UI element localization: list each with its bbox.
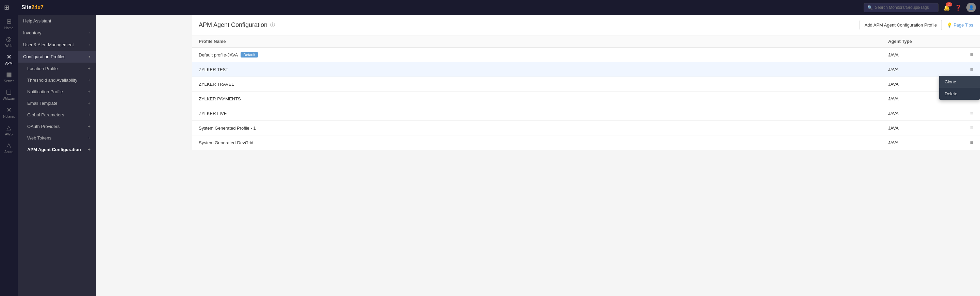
col-profile-name: Profile Name (199, 39, 888, 44)
nav-nutanix[interactable]: ✕ Nutanix (0, 103, 18, 121)
threshold-plus-icon[interactable]: + (88, 77, 91, 83)
grid-icon[interactable]: ⊞ (4, 4, 9, 11)
nav-aws[interactable]: △ AWS (0, 121, 18, 139)
nutanix-icon: ✕ (6, 106, 11, 114)
global-params-plus-icon[interactable]: + (88, 112, 91, 118)
profile-table: Profile Name Agent Type Default profile-… (192, 35, 980, 150)
page-title: APM Agent Configuration ⓘ (199, 21, 275, 29)
row-name-7: System Generated-DevGrid (199, 140, 888, 145)
row-type-7: JAVA (888, 140, 963, 145)
email-plus-icon[interactable]: + (88, 100, 91, 106)
add-button-label: Add APM Agent Configuration Profile (865, 22, 937, 27)
nav-vmware-label: VMware (3, 97, 15, 101)
aws-icon: △ (6, 124, 11, 131)
help-icon[interactable]: ❓ (955, 5, 962, 11)
sidebar-item-oauth-providers[interactable]: OAuth Providers + (18, 121, 96, 132)
inventory-label: Inventory (23, 30, 41, 35)
sidebar-config-profiles[interactable]: Configuration Profiles ▾ (18, 51, 96, 63)
icon-rail: ⊞ Home ◎ Web ✕ APM ▦ Server ❑ VMware ✕ N… (0, 0, 18, 296)
sidebar-item-location-profile[interactable]: Location Profile + (18, 63, 96, 74)
sidebar-help-assistant[interactable]: Help Assistant (18, 15, 96, 27)
default-badge: Default (240, 52, 258, 57)
nav-web[interactable]: ◎ Web (0, 33, 18, 50)
row-name-4: ZYLKER PAYMENTS (199, 96, 888, 101)
main-content: APM Agent Configuration ⓘ Add APM Agent … (192, 0, 980, 296)
brand-logo: Site24x7 (21, 5, 43, 11)
page-tips-label: Page Tips (953, 22, 973, 27)
nav-nutanix-label: Nutanix (3, 115, 14, 118)
row-type-5: JAVA (888, 111, 963, 116)
nav-azure[interactable]: △ Azure (0, 139, 18, 156)
sidebar: Help Assistant Inventory › User & Alert … (18, 0, 96, 296)
user-avatar[interactable]: 👤 (966, 3, 976, 12)
oauth-plus-icon[interactable]: + (88, 124, 91, 129)
location-profile-plus-icon[interactable]: + (88, 66, 91, 71)
sidebar-item-notification-profile[interactable]: Notification Profile + (18, 86, 96, 97)
row-menu-1[interactable]: ≡ (963, 52, 973, 58)
sidebar-item-threshold-availability[interactable]: Threshold and Availability + (18, 74, 96, 86)
table-row: ZYLKER PAYMENTS JAVA ≡ (192, 92, 980, 106)
notifications-icon[interactable]: 🔔 11 (943, 5, 950, 11)
sidebar-item-web-tokens[interactable]: Web Tokens + (18, 132, 96, 143)
nav-apm[interactable]: ✕ APM (0, 50, 18, 68)
row-name-2: ZYLKER TEST (199, 67, 888, 72)
sidebar-item-email-template[interactable]: Email Template + (18, 97, 96, 109)
delete-option[interactable]: Delete (939, 88, 980, 100)
azure-icon: △ (6, 142, 11, 149)
inventory-chevron: › (89, 31, 91, 35)
sidebar-item-global-parameters[interactable]: Global Parameters + (18, 109, 96, 121)
notification-badge: 11 (946, 2, 952, 6)
row-menu-6[interactable]: ≡ (963, 125, 973, 131)
lightbulb-icon: 💡 (947, 22, 952, 27)
nav-vmware[interactable]: ❑ VMware (0, 86, 18, 103)
row-menu-5[interactable]: ≡ (963, 110, 973, 116)
row-menu-7[interactable]: ≡ (963, 140, 973, 146)
row-context-menu: Clone Delete (939, 76, 980, 100)
nav-apm-label: APM (5, 62, 13, 65)
search-icon: 🔍 (867, 5, 873, 10)
search-bar[interactable]: 🔍 (864, 3, 939, 12)
sidebar-user-alert[interactable]: User & Alert Management › (18, 39, 96, 51)
page-title-text: APM Agent Configuration (199, 21, 267, 29)
nav-server-label: Server (4, 79, 14, 83)
sidebar-inventory[interactable]: Inventory › (18, 27, 96, 39)
nav-azure-label: Azure (5, 150, 13, 154)
search-input[interactable] (875, 5, 935, 10)
top-nav-icons: 🔔 11 ❓ 👤 (943, 3, 976, 12)
table-row: System Generated-DevGrid JAVA ≡ (192, 135, 980, 150)
page-tips-button[interactable]: 💡 Page Tips (947, 22, 973, 27)
table-header: Profile Name Agent Type (192, 35, 980, 48)
config-profiles-label: Configuration Profiles (23, 54, 65, 59)
info-icon[interactable]: ⓘ (270, 22, 275, 28)
row-name-6: System Generated Profile - 1 (199, 126, 888, 130)
vmware-icon: ❑ (6, 89, 11, 96)
home-icon: ⊞ (6, 18, 11, 25)
table-row: System Generated Profile - 1 JAVA ≡ (192, 121, 980, 135)
row-type-6: JAVA (888, 126, 963, 130)
sidebar-sub-items: Location Profile + Threshold and Availab… (18, 63, 96, 155)
sidebar-item-apm-agent-config[interactable]: APM Agent Configuration + (18, 143, 96, 155)
nav-web-label: Web (5, 44, 12, 48)
row-type-1: JAVA (888, 53, 963, 57)
nav-home-label: Home (5, 26, 14, 30)
row-type-2: JAVA (888, 67, 963, 72)
apm-icon: ✕ (6, 53, 11, 60)
table-row: ZYLKER LIVE JAVA ≡ (192, 106, 980, 121)
config-profiles-chevron: ▾ (89, 54, 91, 59)
nav-aws-label: AWS (5, 132, 13, 136)
nav-server[interactable]: ▦ Server (0, 68, 18, 86)
col-agent-type: Agent Type (888, 39, 963, 44)
notification-plus-icon[interactable]: + (88, 89, 91, 94)
add-profile-button[interactable]: Add APM Agent Configuration Profile (859, 20, 942, 30)
row-name-5: ZYLKER LIVE (199, 111, 888, 116)
server-icon: ▦ (6, 71, 12, 78)
nav-home[interactable]: ⊞ Home (0, 15, 18, 33)
row-menu-2[interactable]: ≡ (963, 66, 973, 72)
web-tokens-plus-icon[interactable]: + (88, 135, 91, 140)
apm-agent-plus-icon[interactable]: + (88, 146, 91, 152)
row-name-3: ZYLKER TRAVEL (199, 82, 888, 87)
brand-site: Site (21, 5, 31, 10)
user-alert-label: User & Alert Management (23, 42, 74, 47)
help-assistant-label: Help Assistant (23, 18, 51, 24)
clone-option[interactable]: Clone (939, 76, 980, 88)
